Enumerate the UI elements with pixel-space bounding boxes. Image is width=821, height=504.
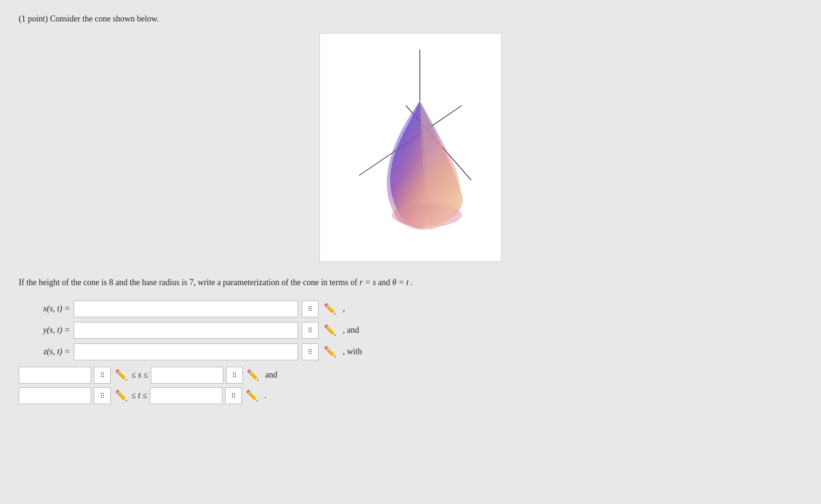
x-grid-button[interactable]: ⠿	[302, 301, 318, 317]
z-label: z(s, t) =	[19, 347, 70, 357]
y-pencil-icon: ✏️	[322, 323, 337, 338]
t-lower-grid-button[interactable]: ⠿	[94, 387, 111, 404]
parameterization-text: If the height of the cone is 8 and the b…	[19, 276, 802, 289]
z-grid-button[interactable]: ⠿	[302, 343, 318, 360]
t-upper-pencil-icon: ✏️	[245, 388, 260, 403]
y-grid-button[interactable]: ⠿	[302, 322, 318, 339]
x-input-row: x(s, t) = ⠿ ✏️ ,	[19, 301, 802, 317]
grid-icon-4: ⠿	[100, 371, 105, 379]
s-upper-input[interactable]	[151, 367, 223, 384]
t-leq-label: ≤ t ≤	[131, 391, 147, 400]
t-upper-grid-button[interactable]: ⠿	[225, 387, 242, 404]
y-suffix: , and	[343, 325, 359, 335]
t-bound-row: ⠿ ✏️ ≤ t ≤ ⠿ ✏️ .	[19, 387, 802, 404]
s-lower-pencil-icon: ✏️	[113, 368, 128, 383]
x-suffix: ,	[343, 304, 345, 314]
t-lower-pencil-icon: ✏️	[113, 388, 128, 403]
t-upper-input[interactable]	[150, 387, 222, 404]
z-input[interactable]	[74, 343, 298, 360]
s-leq-label: ≤ s ≤	[131, 370, 148, 380]
grid-icon-3: ⠿	[308, 348, 312, 356]
grid-icon: ⠿	[308, 305, 312, 313]
question-header: (1 point) Consider the cone shown below.	[19, 14, 802, 24]
s-lower-input[interactable]	[19, 367, 91, 384]
x-input[interactable]	[74, 301, 298, 317]
z-input-row: z(s, t) = ⠿ ✏️ , with	[19, 343, 802, 360]
s-upper-pencil-icon: ✏️	[246, 368, 261, 383]
grid-icon-2: ⠿	[308, 327, 312, 334]
s-upper-grid-button[interactable]: ⠿	[226, 367, 243, 384]
x-pencil-icon: ✏️	[322, 301, 337, 316]
x-label: x(s, t) =	[19, 304, 70, 314]
t-period-text: .	[264, 391, 267, 400]
grid-icon-6: ⠿	[100, 392, 105, 399]
y-input[interactable]	[74, 322, 298, 339]
y-label: y(s, t) =	[19, 325, 70, 335]
bound-rows: ⠿ ✏️ ≤ s ≤ ⠿ ✏️ and ⠿ ✏️ ≤ t ≤ ⠿ ✏️ .	[19, 367, 802, 404]
grid-icon-5: ⠿	[232, 371, 237, 379]
input-rows: x(s, t) = ⠿ ✏️ , y(s, t) = ⠿ ✏️ , and z(…	[19, 301, 802, 360]
cone-image-box	[319, 33, 502, 262]
cone-diagram	[326, 40, 495, 255]
z-suffix: , with	[343, 347, 362, 357]
t-lower-input[interactable]	[19, 387, 91, 404]
y-input-row: y(s, t) = ⠿ ✏️ , and	[19, 322, 802, 339]
cone-image-container	[19, 33, 802, 262]
grid-icon-7: ⠿	[231, 392, 236, 399]
s-lower-grid-button[interactable]: ⠿	[94, 367, 111, 384]
s-and-text: and	[265, 370, 277, 380]
z-pencil-icon: ✏️	[322, 344, 337, 359]
s-bound-row: ⠿ ✏️ ≤ s ≤ ⠿ ✏️ and	[19, 367, 802, 384]
